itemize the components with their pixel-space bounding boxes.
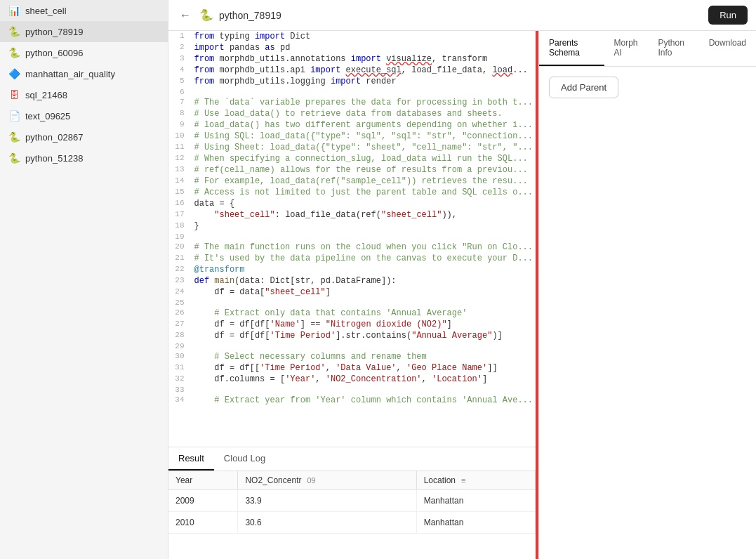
code-line: 3from morphdb_utils.annotations import v… — [168, 53, 536, 65]
sidebar-item-python_60096[interactable]: 🐍python_60096 — [0, 42, 168, 63]
line-content: df = df[df['Time Period'].str.contains("… — [192, 330, 536, 341]
sidebar-item-python_02867[interactable]: 🐍python_02867 — [0, 126, 168, 147]
code-line: 29 — [168, 341, 536, 351]
line-number: 19 — [168, 232, 192, 242]
line-content — [192, 298, 536, 308]
result-table-wrap[interactable]: YearNO2_Concentr09Location≡ 200933.9Manh… — [168, 471, 536, 559]
right-tab-download[interactable]: Download — [699, 31, 756, 66]
code-line: 22@transform — [168, 264, 536, 275]
code-line: 33 — [168, 385, 536, 395]
line-content: # When specifying a connection_slug, loa… — [192, 153, 536, 164]
table-row: 200933.9Manhattan — [168, 490, 536, 512]
code-line: 13# ref(cell_name) allows for the reuse … — [168, 164, 536, 176]
add-parent-button[interactable]: Add Parent — [549, 77, 618, 98]
right-tab-morph_ai[interactable]: Morph AI — [604, 31, 649, 66]
sidebar-item-python_51238[interactable]: 🐍python_51238 — [0, 147, 168, 169]
cell-no2: 30.6 — [238, 512, 416, 534]
line-content: # Extract only data that contains 'Annua… — [192, 308, 536, 319]
line-number: 23 — [168, 275, 192, 287]
line-content: } — [192, 221, 536, 232]
line-number: 15 — [168, 187, 192, 198]
python-icon: 🐍 — [8, 26, 20, 37]
line-number: 9 — [168, 119, 192, 131]
line-content: df.columns = ['Year', 'NO2_Concentration… — [192, 374, 536, 385]
text-icon: 📄 — [8, 110, 20, 121]
code-line: 5from morphdb_utils.logging import rende… — [168, 76, 536, 87]
cell-year: 2010 — [168, 512, 238, 534]
no2-sort-icon[interactable]: 09 — [307, 476, 315, 485]
line-content: "sheet_cell": load_file_data(ref("sheet_… — [192, 209, 536, 221]
line-content: # Extract year from 'Year' column which … — [192, 395, 536, 406]
code-line: 32 df.columns = ['Year', 'NO2_Concentrat… — [168, 374, 536, 385]
line-number: 8 — [168, 108, 192, 119]
line-content: from morphdb_utils.api import execute_sq… — [192, 65, 536, 76]
bottom-tabs: ResultCloud Log — [168, 447, 536, 471]
line-number: 31 — [168, 362, 192, 374]
code-scroll[interactable]: 1from typing import Dict2import pandas a… — [168, 31, 536, 447]
sidebar-item-label: python_51238 — [25, 153, 83, 164]
line-content: # Using SQL: load_data({"type": "sql", "… — [192, 131, 536, 142]
line-content: # Access is not limited to just the pare… — [192, 187, 536, 198]
line-content: # The main function runs on the cloud wh… — [192, 242, 536, 253]
code-line: 19 — [168, 232, 536, 242]
sidebar-item-text_09625[interactable]: 📄text_09625 — [0, 105, 168, 126]
location-sort-icon[interactable]: ≡ — [461, 476, 465, 485]
line-number: 21 — [168, 253, 192, 264]
line-content: from typing import Dict — [192, 31, 536, 42]
code-line: 2import pandas as pd — [168, 42, 536, 53]
line-number: 7 — [168, 97, 192, 108]
line-content: # ref(cell_name) allows for the reuse of… — [192, 164, 536, 176]
sidebar-item-label: python_60096 — [25, 48, 83, 58]
line-content: import pandas as pd — [192, 42, 536, 53]
line-content: # Select necessary columns and rename th… — [192, 351, 536, 362]
sidebar-item-label: text_09625 — [25, 111, 70, 121]
sidebar-item-manhattan_air_quality[interactable]: 🔷manhattan_air_quality — [0, 63, 168, 84]
line-content: # It's used by the data pipeline on the … — [192, 253, 536, 264]
header-title: python_78919 — [219, 10, 703, 21]
code-line: 30 # Select necessary columns and rename… — [168, 351, 536, 362]
code-line: 15# Access is not limited to just the pa… — [168, 187, 536, 198]
line-content: # load_data() has two different argument… — [192, 119, 536, 131]
line-number: 5 — [168, 76, 192, 87]
line-number: 24 — [168, 287, 192, 298]
bottom-tab-cloud_log[interactable]: Cloud Log — [214, 447, 275, 471]
line-content: # Using Sheet: load_data({"type": "sheet… — [192, 142, 536, 153]
sql-icon: 🗄 — [8, 89, 20, 100]
code-line: 20# The main function runs on the cloud … — [168, 242, 536, 253]
python-icon: 🐍 — [8, 47, 20, 58]
sidebar-item-label: python_78919 — [25, 27, 83, 37]
line-number: 32 — [168, 374, 192, 385]
sidebar-item-sheet_cell[interactable]: 📊sheet_cell — [0, 0, 168, 21]
sidebar-item-python_78919[interactable]: 🐍python_78919 — [0, 21, 168, 42]
python-icon: 🐍 — [8, 152, 20, 164]
back-button[interactable]: ← — [177, 6, 194, 25]
line-content: df = df[df['Name'] == "Nitrogen dioxide … — [192, 319, 536, 330]
code-line: 6 — [168, 87, 536, 97]
right-tab-python_info[interactable]: Python Info — [648, 31, 698, 66]
line-number: 12 — [168, 153, 192, 164]
header: ← 🐍 python_78919 Run — [168, 0, 756, 31]
bottom-tab-result[interactable]: Result — [168, 447, 214, 471]
line-number: 1 — [168, 31, 192, 42]
code-line: 17 "sheet_cell": load_file_data(ref("she… — [168, 209, 536, 221]
run-button[interactable]: Run — [708, 6, 748, 25]
cell-location: Manhattan — [416, 512, 535, 534]
code-line: 11# Using Sheet: load_data({"type": "she… — [168, 142, 536, 153]
code-line: 8# Use load_data() to retrieve data from… — [168, 108, 536, 119]
line-content: # For example, load_data(ref("sample_cel… — [192, 176, 536, 187]
bottom-area: ResultCloud Log YearNO2_Concentr09Locati… — [168, 447, 536, 559]
cell-location: Manhattan — [416, 490, 535, 512]
line-number: 13 — [168, 164, 192, 176]
code-line: 23def main(data: Dict[str, pd.DataFrame]… — [168, 275, 536, 287]
result-table: YearNO2_Concentr09Location≡ 200933.9Manh… — [168, 471, 536, 534]
sidebar-item-sql_21468[interactable]: 🗄sql_21468 — [0, 84, 168, 105]
code-line: 18} — [168, 221, 536, 232]
line-content: # Use load_data() to retrieve data from … — [192, 108, 536, 119]
line-content: data = { — [192, 198, 536, 209]
code-line: 7# The `data` variable prepares the data… — [168, 97, 536, 108]
line-content: from morphdb_utils.logging import render — [192, 76, 536, 87]
line-number: 3 — [168, 53, 192, 65]
line-number: 27 — [168, 319, 192, 330]
manhattan-icon: 🔷 — [8, 68, 20, 79]
right-tab-parents_schema[interactable]: Parents Schema — [539, 31, 604, 66]
